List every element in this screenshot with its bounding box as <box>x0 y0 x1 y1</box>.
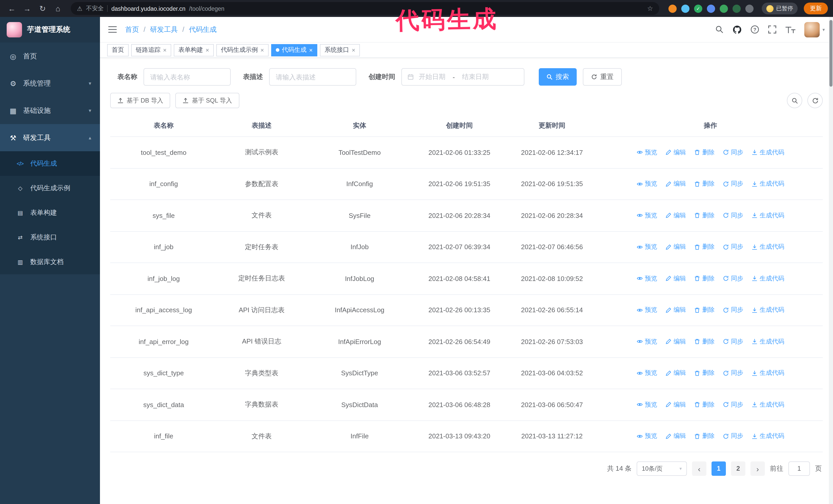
close-icon[interactable]: × <box>309 47 313 53</box>
sync-link[interactable]: 同步 <box>723 401 743 409</box>
prev-page-button[interactable]: ‹ <box>692 461 706 476</box>
preview-link[interactable]: 预览 <box>637 274 657 283</box>
generate-code-link[interactable]: 生成代码 <box>752 432 784 441</box>
generate-code-link[interactable]: 生成代码 <box>752 274 784 283</box>
sidebar-item-infrastructure[interactable]: ▦ 基础设施 ▾ <box>0 97 100 124</box>
extension-icon[interactable] <box>733 4 741 13</box>
sidebar-item-codegen-example[interactable]: ◇ 代码生成示例 <box>0 176 100 200</box>
sync-link[interactable]: 同步 <box>723 432 743 441</box>
tab-home[interactable]: 首页 <box>107 44 129 56</box>
delete-link[interactable]: 删除 <box>694 401 715 409</box>
sidebar-item-database-doc[interactable]: ▥ 数据库文档 <box>0 250 100 274</box>
preview-link[interactable]: 预览 <box>637 211 657 220</box>
sync-link[interactable]: 同步 <box>723 337 743 346</box>
edit-link[interactable]: 编辑 <box>665 337 686 346</box>
sync-link[interactable]: 同步 <box>723 211 743 220</box>
forward-icon[interactable]: → <box>21 2 34 15</box>
font-size-icon[interactable] <box>786 25 796 33</box>
edit-link[interactable]: 编辑 <box>665 401 686 409</box>
toggle-search-button[interactable] <box>787 93 802 108</box>
sync-link[interactable]: 同步 <box>723 243 743 251</box>
sidebar-item-home[interactable]: ◎ 首页 <box>0 43 100 70</box>
preview-link[interactable]: 预览 <box>637 432 657 441</box>
generate-code-link[interactable]: 生成代码 <box>752 180 784 188</box>
sync-link[interactable]: 同步 <box>723 306 743 315</box>
generate-code-link[interactable]: 生成代码 <box>752 337 784 346</box>
search-icon[interactable] <box>715 25 724 34</box>
user-menu[interactable]: ▾ <box>805 22 825 37</box>
preview-link[interactable]: 预览 <box>637 401 657 409</box>
goto-page-input[interactable] <box>788 461 810 476</box>
extension-icon[interactable] <box>668 4 677 13</box>
tab-form-builder[interactable]: 表单构建 × <box>174 44 214 56</box>
delete-link[interactable]: 删除 <box>694 369 715 378</box>
edit-link[interactable]: 编辑 <box>665 243 686 251</box>
scrollbar-thumb[interactable] <box>829 20 832 87</box>
delete-link[interactable]: 删除 <box>694 337 715 346</box>
page-scrollbar[interactable] <box>829 17 833 504</box>
sidebar-item-code-generation[interactable]: </> 代码生成 <box>0 151 100 176</box>
search-button[interactable]: 搜索 <box>539 68 577 86</box>
github-icon[interactable] <box>733 25 742 34</box>
edit-link[interactable]: 编辑 <box>665 211 686 220</box>
extension-icon[interactable] <box>707 4 715 13</box>
breadcrumb-dev-tools[interactable]: 研发工具 <box>150 25 178 34</box>
bookmark-star-icon[interactable]: ☆ <box>647 5 653 12</box>
preview-link[interactable]: 预览 <box>637 180 657 188</box>
preview-link[interactable]: 预览 <box>637 148 657 157</box>
delete-link[interactable]: 删除 <box>694 432 715 441</box>
generate-code-link[interactable]: 生成代码 <box>752 243 784 251</box>
app-logo[interactable]: 芋道管理系统 <box>0 17 100 43</box>
browser-update-button[interactable]: 更新 <box>804 3 828 14</box>
tab-system-api[interactable]: 系统接口 × <box>320 44 360 56</box>
delete-link[interactable]: 删除 <box>694 180 715 188</box>
sidebar-item-system-management[interactable]: ⚙ 系统管理 ▾ <box>0 70 100 97</box>
sync-link[interactable]: 同步 <box>723 369 743 378</box>
sidebar-item-dev-tools[interactable]: ⚒ 研发工具 ▴ <box>0 124 100 151</box>
sync-link[interactable]: 同步 <box>723 180 743 188</box>
browser-home-icon[interactable]: ⌂ <box>51 2 65 15</box>
extension-icon[interactable] <box>681 4 689 13</box>
edit-link[interactable]: 编辑 <box>665 148 686 157</box>
tab-codegen-example[interactable]: 代码生成示例 × <box>216 44 269 56</box>
import-sql-button[interactable]: 基于 SQL 导入 <box>175 93 239 108</box>
reset-button[interactable]: 重置 <box>583 68 622 86</box>
preview-link[interactable]: 预览 <box>637 306 657 315</box>
next-page-button[interactable]: › <box>751 461 765 476</box>
generate-code-link[interactable]: 生成代码 <box>752 306 784 315</box>
sync-link[interactable]: 同步 <box>723 274 743 283</box>
delete-link[interactable]: 删除 <box>694 243 715 251</box>
puzzle-extension-icon[interactable] <box>745 4 754 13</box>
close-icon[interactable]: × <box>163 47 167 53</box>
help-icon[interactable]: ? <box>751 25 759 34</box>
tab-code-generation[interactable]: 代码生成 × <box>271 44 317 56</box>
sync-link[interactable]: 同步 <box>723 148 743 157</box>
generate-code-link[interactable]: 生成代码 <box>752 369 784 378</box>
page-size-select[interactable]: 10条/页 ▾ <box>637 461 687 476</box>
edit-link[interactable]: 编辑 <box>665 432 686 441</box>
breadcrumb-home[interactable]: 首页 <box>125 25 139 34</box>
delete-link[interactable]: 删除 <box>694 211 715 220</box>
profile-paused-badge[interactable]: 已暂停 <box>762 3 798 14</box>
generate-code-link[interactable]: 生成代码 <box>752 211 784 220</box>
delete-link[interactable]: 删除 <box>694 306 715 315</box>
edit-link[interactable]: 编辑 <box>665 274 686 283</box>
delete-link[interactable]: 删除 <box>694 148 715 157</box>
page-button-1[interactable]: 1 <box>712 461 726 476</box>
import-db-button[interactable]: 基于 DB 导入 <box>110 93 170 108</box>
sidebar-item-system-api[interactable]: ⇄ 系统接口 <box>0 225 100 250</box>
tab-link-trace[interactable]: 链路追踪 × <box>131 44 171 56</box>
preview-link[interactable]: 预览 <box>637 337 657 346</box>
close-icon[interactable]: × <box>260 47 264 53</box>
address-bar[interactable]: ⚠ 不安全 dashboard.yudao.iocoder.cn/tool/co… <box>71 2 659 15</box>
generate-code-link[interactable]: 生成代码 <box>752 401 784 409</box>
preview-link[interactable]: 预览 <box>637 369 657 378</box>
table-desc-input[interactable] <box>269 68 356 86</box>
date-range-picker[interactable]: 开始日期 - 结束日期 <box>401 68 524 86</box>
refresh-list-button[interactable] <box>807 93 823 108</box>
close-icon[interactable]: × <box>352 47 355 53</box>
table-name-input[interactable] <box>144 68 231 86</box>
generate-code-link[interactable]: 生成代码 <box>752 148 784 157</box>
delete-link[interactable]: 删除 <box>694 274 715 283</box>
page-button-2[interactable]: 2 <box>731 461 745 476</box>
